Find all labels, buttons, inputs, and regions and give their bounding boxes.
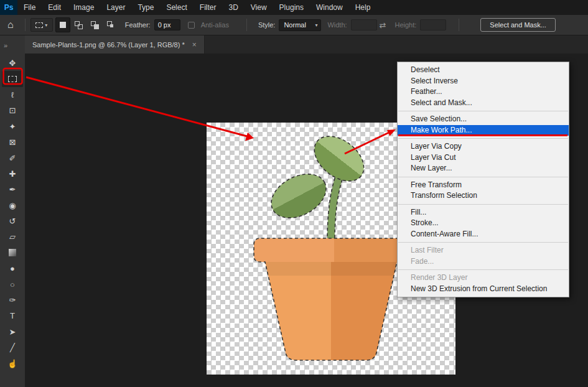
line-icon: ╱ xyxy=(10,343,15,352)
object-selection-tool[interactable]: ⊡ xyxy=(2,103,23,118)
chevron-down-icon: ▾ xyxy=(45,22,47,28)
healing-brush-tool[interactable]: ✚ xyxy=(2,166,23,182)
brush-icon: ✒ xyxy=(9,185,16,194)
menu-item-save-selection[interactable]: Save Selection... xyxy=(398,114,569,125)
clone-stamp-tool[interactable]: ◉ xyxy=(2,198,23,213)
width-input[interactable] xyxy=(351,19,377,30)
menu-type[interactable]: Type xyxy=(131,0,160,15)
home-icon[interactable]: ⌂ xyxy=(7,19,14,30)
document-tab-title: Sample-Plants-1.png @ 66.7% (Layer 1, RG… xyxy=(32,41,185,49)
move-icon: ✥ xyxy=(9,58,16,68)
move-tool[interactable]: ✥ xyxy=(2,55,23,71)
eraser-icon: ▱ xyxy=(9,232,16,241)
menu-item-new-3d-extrusion[interactable]: New 3D Extrusion from Current Selection xyxy=(398,284,569,295)
quick-selection-icon: ✦ xyxy=(9,122,16,131)
add-selection-icon xyxy=(75,21,83,29)
add-to-selection-button[interactable] xyxy=(72,17,86,32)
menu-separator xyxy=(398,242,568,243)
menu-item-render-3d-layer: Render 3D Layer xyxy=(398,273,569,284)
menu-item-content-aware-fill[interactable]: Content-Aware Fill... xyxy=(398,229,569,240)
menu-file[interactable]: File xyxy=(17,0,42,15)
quick-selection-tool[interactable]: ✦ xyxy=(2,119,23,134)
menu-item-select-inverse[interactable]: Select Inverse xyxy=(398,76,569,87)
menu-item-stroke[interactable]: Stroke... xyxy=(398,218,569,229)
intersect-selection-icon xyxy=(107,21,115,29)
eyedropper-tool[interactable]: ✐ xyxy=(2,150,23,166)
menu-item-new-layer[interactable]: New Layer... xyxy=(398,163,569,174)
document-tab[interactable]: Sample-Plants-1.png @ 66.7% (Layer 1, RG… xyxy=(25,35,205,54)
intersect-selection-button[interactable] xyxy=(104,17,119,32)
blur-tool[interactable]: ● xyxy=(2,261,23,276)
menu-select[interactable]: Select xyxy=(160,0,193,15)
close-icon[interactable]: × xyxy=(192,40,197,49)
frame-tool[interactable]: ⊠ xyxy=(2,134,23,150)
pen-tool[interactable]: ✑ xyxy=(2,292,23,308)
anti-alias-checkbox[interactable] xyxy=(188,22,195,29)
width-label: Width: xyxy=(327,21,347,29)
lasso-tool[interactable]: ℓ xyxy=(2,87,23,103)
menu-item-layer-via-cut[interactable]: Layer Via Cut xyxy=(398,152,569,164)
new-selection-button[interactable] xyxy=(55,17,70,32)
tool-preset-dropdown[interactable]: ▾ xyxy=(30,18,53,32)
menu-item-transform-selection[interactable]: Transform Selection xyxy=(398,190,569,202)
history-brush-icon: ↺ xyxy=(9,217,16,226)
style-select[interactable]: Normal ▾ xyxy=(279,19,321,31)
menu-item-deselect[interactable]: Deselect xyxy=(398,65,569,76)
context-menu: Deselect Select Inverse Feather... Selec… xyxy=(397,62,569,297)
height-label: Height: xyxy=(395,21,417,29)
menu-item-fade: Fade... xyxy=(398,256,569,268)
marquee-icon xyxy=(35,22,43,28)
path-selection-icon: ➤ xyxy=(9,327,16,337)
menu-help[interactable]: Help xyxy=(349,0,377,15)
style-value: Normal xyxy=(284,21,306,29)
eraser-tool[interactable]: ▱ xyxy=(2,229,23,245)
anti-alias-label: Anti-alias xyxy=(201,21,229,29)
menu-separator xyxy=(398,138,568,139)
menu-layer[interactable]: Layer xyxy=(100,0,131,15)
menu-image[interactable]: Image xyxy=(67,0,100,15)
frame-icon: ⊠ xyxy=(9,138,16,147)
clone-stamp-icon: ◉ xyxy=(9,201,16,210)
menu-filter[interactable]: Filter xyxy=(194,0,223,15)
menu-item-select-and-mask[interactable]: Select and Mask... xyxy=(398,98,569,109)
collapse-panel-icon[interactable]: » xyxy=(0,35,25,55)
menu-item-fill[interactable]: Fill... xyxy=(398,207,569,218)
feather-label: Feather: xyxy=(125,21,151,29)
object-selection-icon: ⊡ xyxy=(9,106,16,115)
type-tool[interactable]: T xyxy=(2,308,23,324)
feather-input[interactable]: 0 px xyxy=(154,19,180,30)
subtract-from-selection-button[interactable] xyxy=(88,17,103,32)
select-and-mask-button[interactable]: Select and Mask... xyxy=(480,18,556,32)
line-tool[interactable]: ╱ xyxy=(2,340,23,355)
hand-tool[interactable]: ☝ xyxy=(2,355,23,371)
menu-3d[interactable]: 3D xyxy=(222,0,244,15)
path-selection-tool[interactable]: ➤ xyxy=(2,324,23,340)
dodge-icon: ○ xyxy=(10,280,15,289)
gradient-tool[interactable] xyxy=(2,245,23,261)
swap-dimensions-icon[interactable]: ⇄ xyxy=(380,21,386,30)
divider xyxy=(459,19,459,31)
height-input[interactable] xyxy=(420,19,446,30)
divider xyxy=(246,19,247,31)
menu-window[interactable]: Window xyxy=(310,0,349,15)
menu-edit[interactable]: Edit xyxy=(42,0,67,15)
blur-icon: ● xyxy=(10,264,15,273)
menu-item-free-transform[interactable]: Free Transform xyxy=(398,180,569,191)
menu-plugins[interactable]: Plugins xyxy=(273,0,310,15)
menu-item-last-filter: Last Filter xyxy=(398,245,569,256)
photoshop-logo: Ps xyxy=(0,0,17,15)
menu-item-layer-via-copy[interactable]: Layer Via Copy xyxy=(398,141,569,152)
divider xyxy=(25,19,26,31)
healing-brush-icon: ✚ xyxy=(9,169,16,179)
menu-item-make-work-path[interactable]: Make Work Path... xyxy=(398,125,569,136)
menu-item-feather[interactable]: Feather... xyxy=(398,86,569,98)
hand-icon: ☝ xyxy=(7,359,17,368)
history-brush-tool[interactable]: ↺ xyxy=(2,213,23,229)
rectangular-marquee-tool[interactable] xyxy=(2,71,23,86)
pot-shadow-band xyxy=(265,262,397,276)
dodge-tool[interactable]: ○ xyxy=(2,276,23,292)
pen-icon: ✑ xyxy=(9,296,16,305)
brush-tool[interactable]: ✒ xyxy=(2,182,23,197)
style-label: Style: xyxy=(258,21,276,29)
menu-view[interactable]: View xyxy=(245,0,273,15)
